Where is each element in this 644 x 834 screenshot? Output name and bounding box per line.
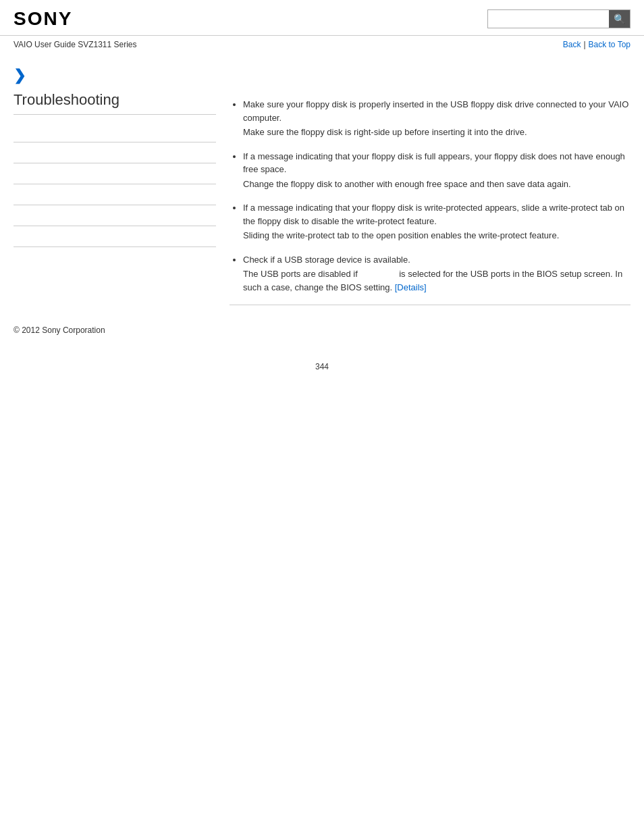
- bullet-main-4: Check if a USB storage device is availab…: [243, 255, 410, 265]
- bullet-sub-4: The USB ports are disabled if is selecte…: [243, 267, 630, 294]
- content-divider: [230, 305, 630, 305]
- sidebar: Troubleshooting: [14, 91, 216, 305]
- copyright-text: © 2012 Sony Corporation: [14, 325, 105, 335]
- sony-logo: SONY: [14, 8, 72, 30]
- list-item: If a message indicating that your floppy…: [243, 150, 630, 191]
- footer: © 2012 Sony Corporation: [0, 305, 644, 348]
- details-link[interactable]: [Details]: [395, 282, 427, 292]
- bullet-main-3: If a message indicating that your floppy…: [243, 203, 624, 226]
- nav-bar: VAIO User Guide SVZ1311 Series Back | Ba…: [0, 36, 644, 53]
- breadcrumb: VAIO User Guide SVZ1311 Series: [14, 40, 137, 49]
- bullet-main-1: Make sure your floppy disk is properly i…: [243, 99, 628, 123]
- list-item: Check if a USB storage device is availab…: [243, 253, 630, 294]
- sidebar-link[interactable]: [14, 190, 16, 199]
- sidebar-items: [14, 122, 216, 247]
- page-number: 344: [0, 348, 644, 385]
- chevron-section: ❯: [0, 53, 644, 91]
- chevron-right-icon: ❯: [14, 67, 26, 84]
- content-list: Make sure your floppy disk is properly i…: [230, 98, 630, 294]
- nav-links: Back | Back to Top: [563, 40, 630, 49]
- bullet-sub-1: Make sure the floppy disk is right-side …: [243, 126, 630, 139]
- search-input[interactable]: [487, 9, 609, 28]
- list-item[interactable]: [14, 163, 216, 184]
- back-to-top-link[interactable]: Back to Top: [589, 40, 630, 49]
- search-area: 🔍: [487, 9, 630, 28]
- list-item[interactable]: [14, 205, 216, 226]
- bullet-sub-2: Change the floppy disk to another with e…: [243, 178, 630, 191]
- bullet-sub-3: Sliding the write-protect tab to the ope…: [243, 229, 630, 242]
- header: SONY 🔍: [0, 0, 644, 36]
- content-area: Make sure your floppy disk is properly i…: [230, 91, 630, 305]
- nav-separator: |: [583, 40, 585, 49]
- list-item[interactable]: [14, 122, 216, 142]
- list-item: Make sure your floppy disk is properly i…: [243, 98, 630, 139]
- sidebar-link[interactable]: [14, 127, 16, 136]
- list-item[interactable]: [14, 142, 216, 163]
- list-item[interactable]: [14, 184, 216, 205]
- list-item: If a message indicating that your floppy…: [243, 201, 630, 242]
- search-button[interactable]: 🔍: [609, 9, 630, 28]
- sidebar-link[interactable]: [14, 169, 16, 178]
- sidebar-link[interactable]: [14, 211, 16, 220]
- search-icon: 🔍: [614, 14, 625, 24]
- list-item[interactable]: [14, 226, 216, 247]
- bullet-main-2: If a message indicating that your floppy…: [243, 151, 625, 175]
- sidebar-link[interactable]: [14, 232, 16, 241]
- back-link[interactable]: Back: [563, 40, 581, 49]
- main-content: Troubleshooting Make sure your floppy di…: [0, 91, 644, 305]
- sidebar-title: Troubleshooting: [14, 91, 216, 115]
- sidebar-link[interactable]: [14, 148, 16, 157]
